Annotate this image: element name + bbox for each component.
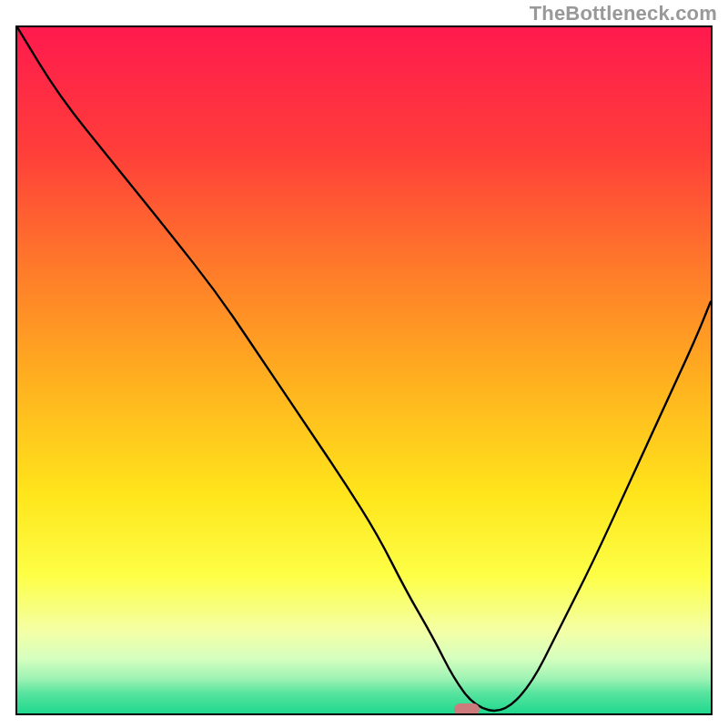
chart-area [15, 25, 713, 715]
optimal-marker [454, 703, 480, 715]
watermark-text: TheBottleneck.com [530, 2, 717, 25]
bottleneck-curve [17, 27, 711, 713]
